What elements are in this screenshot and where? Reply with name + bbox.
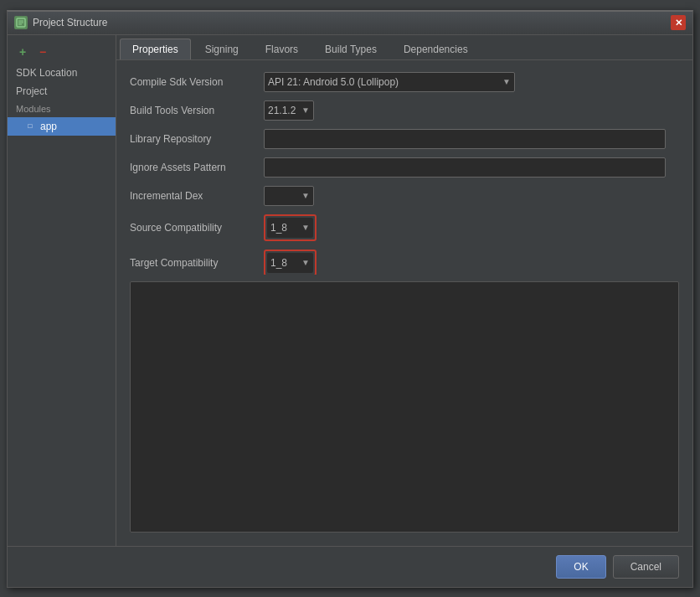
cancel-button[interactable]: Cancel (613, 555, 679, 579)
sidebar-item-app[interactable]: □ app (8, 117, 116, 136)
add-module-button[interactable]: + (14, 44, 31, 60)
close-button[interactable]: ✕ (671, 15, 686, 30)
ignore-assets-label: Ignore Assets Pattern (130, 162, 264, 173)
build-tools-arrow: ▼ (301, 106, 310, 115)
sidebar-toolbar: + − (8, 40, 116, 64)
source-compat-arrow: ▼ (301, 223, 310, 232)
library-repo-input[interactable] (264, 129, 666, 149)
target-compat-row: Target Compatibility 1_8 ▼ (130, 250, 679, 275)
tab-signing[interactable]: Signing (193, 39, 251, 59)
target-compat-label: Target Compatibility (130, 257, 264, 269)
build-tools-control: 21.1.2 ▼ (264, 100, 679, 121)
incremental-dex-row: Incremental Dex ▼ (130, 186, 679, 206)
library-repo-label: Library Repository (130, 133, 264, 145)
build-tools-select[interactable]: 21.1.2 ▼ (264, 100, 314, 121)
source-compat-select[interactable]: 1_8 ▼ (267, 218, 313, 238)
incremental-dex-select[interactable]: ▼ (264, 186, 314, 206)
sidebar-item-sdk-location[interactable]: SDK Location (8, 64, 116, 82)
target-compat-arrow: ▼ (301, 258, 310, 267)
tab-bar: Properties Signing Flavors Build Types D… (116, 35, 692, 60)
app-icon (14, 16, 28, 29)
source-compat-highlight: 1_8 ▼ (264, 214, 317, 241)
lower-panel (130, 281, 679, 533)
compile-sdk-row: Compile Sdk Version API 21: Android 5.0 … (130, 72, 679, 92)
ok-button[interactable]: OK (556, 555, 605, 579)
tab-dependencies[interactable]: Dependencies (391, 39, 481, 59)
main-content: Properties Signing Flavors Build Types D… (116, 35, 692, 546)
ignore-assets-control (264, 157, 679, 178)
title-bar: Project Structure ✕ (8, 12, 692, 35)
module-icon: □ (24, 121, 36, 132)
properties-tab-content: Compile Sdk Version API 21: Android 5.0 … (116, 60, 692, 275)
build-tools-label: Build Tools Version (130, 105, 264, 116)
target-compat-highlight: 1_8 ▼ (264, 250, 317, 275)
sidebar-section-modules: Modules (8, 100, 116, 117)
sidebar-item-project[interactable]: Project (8, 82, 116, 100)
compile-sdk-arrow: ▼ (502, 77, 511, 86)
source-compat-row: Source Compatibility 1_8 ▼ (130, 214, 679, 241)
incremental-dex-arrow: ▼ (301, 191, 310, 200)
ignore-assets-row: Ignore Assets Pattern (130, 157, 679, 178)
project-structure-dialog: Project Structure ✕ + − SDK Location Pro… (7, 10, 693, 588)
dialog-body: + − SDK Location Project Modules □ app P (8, 35, 692, 546)
compile-sdk-select[interactable]: API 21: Android 5.0 (Lollipop) ▼ (264, 72, 515, 92)
library-repo-control (264, 129, 679, 149)
compile-sdk-control: API 21: Android 5.0 (Lollipop) ▼ (264, 72, 679, 92)
ignore-assets-input[interactable] (264, 157, 666, 178)
target-compat-select[interactable]: 1_8 ▼ (267, 253, 313, 273)
incremental-dex-label: Incremental Dex (130, 190, 264, 202)
dialog-footer: OK Cancel (8, 546, 692, 587)
source-compat-label: Source Compatibility (130, 222, 264, 234)
remove-module-button[interactable]: − (34, 44, 51, 60)
window-title: Project Structure (33, 17, 671, 28)
incremental-dex-control: ▼ (264, 186, 679, 206)
compile-sdk-label: Compile Sdk Version (130, 76, 264, 88)
source-compat-control: 1_8 ▼ (264, 214, 679, 241)
tab-properties[interactable]: Properties (120, 39, 191, 59)
tab-flavors[interactable]: Flavors (253, 39, 311, 59)
build-tools-row: Build Tools Version 21.1.2 ▼ (130, 100, 679, 121)
library-repo-row: Library Repository (130, 129, 679, 149)
tab-build-types[interactable]: Build Types (312, 39, 389, 59)
sidebar: + − SDK Location Project Modules □ app (8, 35, 116, 546)
target-compat-control: 1_8 ▼ (264, 250, 679, 275)
